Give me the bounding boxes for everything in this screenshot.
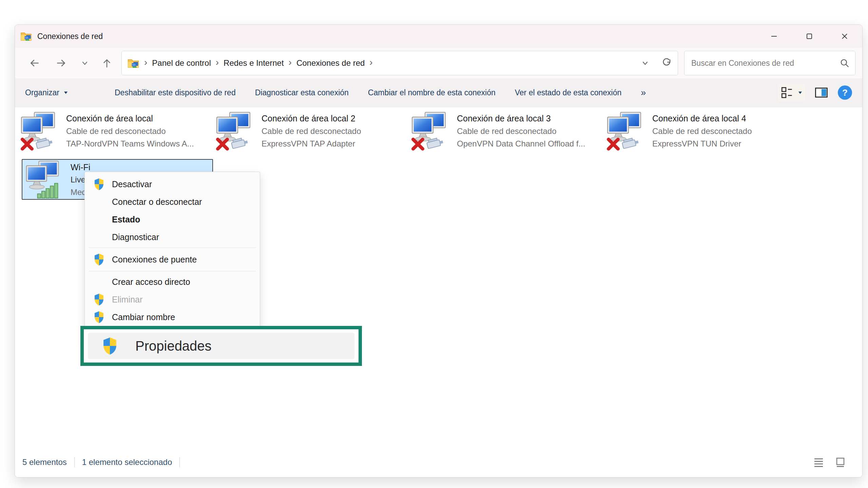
breadcrumb-conexiones-de-red[interactable]: Conexiones de red (296, 58, 365, 68)
breadcrumb-panel-de-control[interactable]: Panel de control (152, 58, 211, 68)
menu-item-estado[interactable]: Estado (85, 211, 260, 228)
menu-item-label: Estado (112, 215, 140, 225)
disable-device-button[interactable]: Deshabilitar este dispositivo de red (115, 88, 236, 97)
uac-shield-icon (92, 310, 107, 324)
rename-connection-button[interactable]: Cambiar el nombre de esta conexión (368, 88, 496, 97)
back-button[interactable] (28, 57, 40, 69)
menu-item-diagnosticar[interactable]: Diagnosticar (85, 228, 260, 246)
disable-device-label: Deshabilitar este dispositivo de red (115, 88, 236, 97)
minimize-icon (770, 32, 778, 41)
screenshot-root: Conexiones de red (0, 0, 868, 488)
uac-shield-icon (92, 253, 107, 266)
wifi-connection-icon (25, 160, 60, 199)
connection-name: Conexión de área local 4 (652, 112, 752, 125)
menu-item-label: Conexiones de puente (112, 255, 197, 265)
connection-device: OpenVPN Data Channel Offload f... (457, 137, 585, 150)
connection-text: Conexión de área local Cable de red desc… (66, 112, 194, 156)
menu-separator (89, 248, 256, 248)
uac-shield-icon (92, 177, 107, 191)
menu-item-crear-acceso-directo[interactable]: Crear acceso directo (85, 273, 260, 291)
connection-device: ExpressVPN TAP Adapter (262, 137, 361, 150)
toolbar-right-group: ? (778, 84, 852, 101)
menu-item-eliminar[interactable]: Eliminar (85, 291, 260, 308)
status-view-buttons (813, 456, 846, 468)
breadcrumb-redes-e-internet[interactable]: Redes e Internet (224, 58, 284, 68)
large-icons-view-toggle-icon[interactable] (834, 456, 846, 468)
more-commands-button[interactable]: » (641, 87, 646, 98)
network-disconnected-icon (216, 112, 251, 152)
menu-item-label: Eliminar (112, 295, 142, 305)
menu-item-label: Cambiar nombre (112, 312, 175, 322)
details-view-icon (780, 85, 794, 100)
recent-locations-button[interactable] (80, 58, 90, 68)
view-status-button[interactable]: Ver el estado de esta conexión (515, 88, 622, 97)
menu-separator (89, 271, 256, 271)
connection-device: TAP-NordVPN Teams Windows A... (66, 137, 194, 150)
selection-count: 1 elemento seleccionado (82, 457, 172, 467)
menu-item-conectar-o-desconectar[interactable]: Conectar o desconectar (85, 193, 260, 211)
uac-shield-icon (92, 293, 107, 306)
search-input[interactable] (691, 59, 840, 68)
caret-down-icon (63, 90, 69, 95)
connection-status: Cable de red desconectado (457, 125, 585, 137)
forward-icon (56, 57, 67, 69)
connection-device: ExpressVPN TUN Driver (652, 137, 752, 150)
caret-down-icon (797, 90, 803, 95)
connection-text: Conexión de área local 3 Cable de red de… (457, 112, 585, 156)
connection-name: Conexión de área local 2 (262, 112, 361, 125)
breadcrumb-chevron[interactable]: › (369, 58, 372, 67)
refresh-icon[interactable] (661, 58, 672, 69)
connection-item-lan2[interactable]: Conexión de área local 2 Cable de red de… (216, 112, 408, 156)
network-disconnected-icon (607, 112, 642, 152)
command-toolbar: Organizar Deshabilitar este dispositivo … (15, 78, 862, 107)
close-icon (840, 32, 849, 41)
forward-button[interactable] (56, 57, 67, 69)
view-status-label: Ver el estado de esta conexión (515, 88, 622, 97)
breadcrumb-chevron[interactable]: › (144, 58, 147, 67)
diagnose-connection-button[interactable]: Diagnosticar esta conexión (255, 88, 349, 97)
preview-pane-icon[interactable] (814, 86, 829, 99)
connection-text: Conexión de área local 2 Cable de red de… (262, 112, 361, 156)
context-menu: Desactivar Conectar o desconectar Estado… (84, 172, 260, 343)
help-button[interactable]: ? (838, 85, 852, 100)
menu-item-label: Diagnosticar (112, 232, 159, 242)
search-icon[interactable] (840, 58, 850, 68)
up-button[interactable] (101, 57, 113, 69)
menu-item-conexiones-de-puente[interactable]: Conexiones de puente (85, 250, 260, 269)
status-divider (179, 457, 180, 467)
connection-item-lan4[interactable]: Conexión de área local 4 Cable de red de… (607, 112, 798, 156)
details-view-toggle-icon[interactable] (813, 456, 824, 468)
close-button[interactable] (827, 25, 862, 48)
maximize-icon (805, 32, 814, 41)
search-box[interactable] (684, 51, 855, 75)
breadcrumb-chevron[interactable]: › (216, 58, 219, 67)
menu-item-label: Crear acceso directo (112, 277, 190, 287)
maximize-button[interactable] (792, 25, 827, 48)
menu-item-label: Propiedades (135, 338, 212, 354)
change-view-button[interactable] (778, 84, 805, 101)
connection-item-lan3[interactable]: Conexión de área local 3 Cable de red de… (411, 112, 603, 156)
menu-item-cambiar-nombre[interactable]: Cambiar nombre (85, 308, 260, 326)
status-bar: 5 elementos 1 elemento seleccionado (15, 451, 862, 477)
breadcrumb-chevron[interactable]: › (289, 58, 292, 67)
menu-item-propiedades[interactable]: Propiedades (88, 333, 354, 359)
address-dropdown-icon[interactable] (640, 58, 650, 68)
uac-shield-icon (100, 336, 120, 356)
caption-buttons (756, 25, 862, 48)
connection-status: Cable de red desconectado (262, 125, 361, 137)
navigation-bar: › Panel de control › Redes e Internet › … (15, 48, 862, 78)
minimize-button[interactable] (756, 25, 792, 48)
organize-button[interactable]: Organizar (25, 88, 69, 97)
address-bar[interactable]: › Panel de control › Redes e Internet › … (121, 51, 678, 75)
window-title: Conexiones de red (37, 32, 103, 41)
network-disconnected-icon (411, 112, 447, 152)
menu-item-label: Desactivar (112, 179, 152, 189)
title-bar: Conexiones de red (15, 25, 862, 48)
connection-name: Conexión de área local 3 (457, 112, 585, 125)
help-question-glyph: ? (842, 87, 848, 98)
menu-item-desactivar[interactable]: Desactivar (85, 175, 260, 193)
organize-label: Organizar (25, 88, 59, 97)
back-icon (28, 57, 40, 69)
connection-item-lan1[interactable]: Conexión de área local Cable de red desc… (21, 112, 212, 156)
network-connections-window: Conexiones de red (15, 24, 863, 477)
